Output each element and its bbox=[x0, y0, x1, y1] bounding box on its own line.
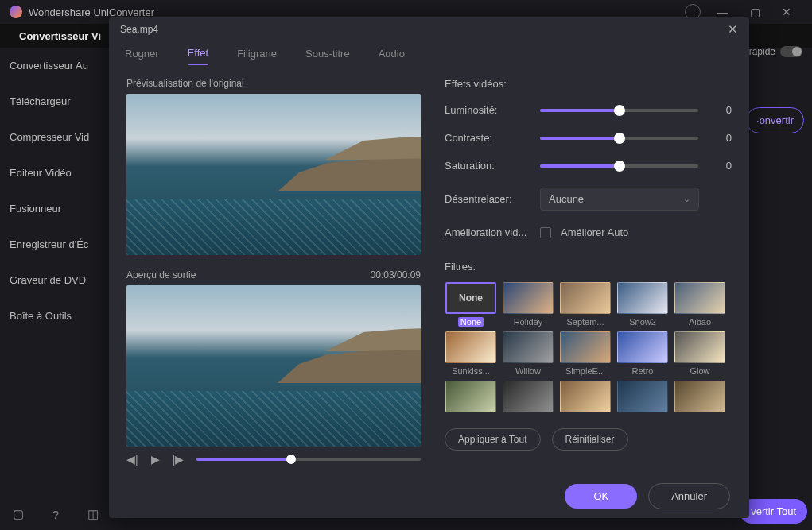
reset-button[interactable]: Réinitialiser bbox=[552, 428, 628, 451]
rapid-toggle[interactable] bbox=[780, 46, 802, 57]
window-maximize-button[interactable]: ▢ bbox=[739, 6, 771, 18]
window-close-button[interactable]: ✕ bbox=[771, 6, 802, 18]
book-icon[interactable]: ▢ bbox=[0, 507, 37, 521]
saturation-value: 0 bbox=[708, 160, 732, 172]
filter-willow[interactable] bbox=[503, 331, 554, 363]
dialog-close-button[interactable]: ✕ bbox=[728, 22, 738, 37]
filter-extra-3[interactable] bbox=[560, 381, 611, 412]
chevron-down-icon: ⌄ bbox=[683, 194, 690, 204]
original-preview-label: Prévisualisation de l'original bbox=[126, 78, 421, 89]
filter-snow2[interactable] bbox=[617, 282, 668, 314]
output-preview bbox=[126, 285, 421, 447]
filter-extra-4[interactable] bbox=[617, 381, 668, 412]
sidebar-item-audio-converter[interactable]: Convertisseur Au bbox=[0, 48, 111, 83]
filter-simplee[interactable] bbox=[560, 331, 611, 363]
filters-heading: Filtres: bbox=[445, 261, 732, 273]
app-title: Wondershare UniConverter bbox=[29, 6, 154, 18]
dialog-footer: OK Annuler bbox=[109, 474, 749, 518]
brightness-label: Luminosité: bbox=[445, 104, 530, 116]
output-preview-label: Aperçu de sortie bbox=[126, 269, 196, 280]
tab-audio[interactable]: Audio bbox=[379, 48, 405, 64]
filter-simplee-label: SimpleE... bbox=[565, 366, 605, 376]
next-frame-button[interactable]: |▶ bbox=[173, 453, 185, 466]
dialog-header: Sea.mp4 ✕ bbox=[109, 17, 749, 41]
filter-aibao[interactable] bbox=[674, 282, 725, 314]
filter-holiday[interactable] bbox=[503, 282, 554, 314]
filter-extra-5[interactable] bbox=[674, 381, 725, 412]
cancel-button[interactable]: Annuler bbox=[648, 483, 730, 509]
rapid-label: rapide bbox=[749, 46, 775, 57]
filter-retro-label: Retro bbox=[632, 366, 654, 376]
filter-september[interactable] bbox=[560, 282, 611, 314]
filter-september-label: Septem... bbox=[566, 317, 604, 327]
deinterlace-value: Aucune bbox=[549, 193, 584, 205]
play-button[interactable]: ▶ bbox=[151, 453, 160, 466]
contrast-slider[interactable] bbox=[540, 137, 698, 140]
saturation-slider[interactable] bbox=[540, 164, 698, 168]
original-preview bbox=[126, 94, 421, 255]
filter-none[interactable]: None bbox=[445, 282, 496, 314]
tab-rogner[interactable]: Rogner bbox=[125, 48, 159, 64]
dialog-filename: Sea.mp4 bbox=[120, 24, 158, 35]
sidebar-item-merger[interactable]: Fusionneur bbox=[0, 191, 111, 226]
convert-all-button[interactable]: vertir Tout bbox=[740, 499, 807, 524]
filter-holiday-label: Holiday bbox=[514, 317, 543, 327]
timecode: 00:03/00:09 bbox=[371, 269, 421, 280]
effects-heading: Effets vidéos: bbox=[445, 78, 732, 90]
tab-soustitre[interactable]: Sous-titre bbox=[305, 48, 350, 64]
filter-glow[interactable] bbox=[674, 331, 725, 363]
ok-button[interactable]: OK bbox=[565, 484, 637, 509]
contrast-label: Contraste: bbox=[445, 132, 530, 144]
filter-extra-1[interactable] bbox=[445, 381, 496, 412]
filter-sunkiss[interactable] bbox=[445, 331, 496, 363]
filter-willow-label: Willow bbox=[515, 366, 541, 376]
app-logo-icon bbox=[10, 6, 22, 18]
rapid-toggle-row: rapide bbox=[749, 46, 802, 57]
effects-column: Effets vidéos: Luminosité: 0 Contraste: … bbox=[445, 78, 732, 466]
sidebar-item-toolbox[interactable]: Boîte à Outils bbox=[0, 298, 111, 334]
effect-dialog: Sea.mp4 ✕ Rogner Effet Filigrane Sous-ti… bbox=[109, 17, 749, 518]
filter-retro[interactable] bbox=[617, 331, 668, 363]
deinterlace-label: Désentrelacer: bbox=[445, 193, 530, 205]
transport-controls: ◀| ▶ |▶ bbox=[126, 453, 421, 466]
account-icon[interactable]: ◫ bbox=[74, 507, 111, 521]
filter-snow2-label: Snow2 bbox=[629, 317, 656, 327]
main-tab-converter[interactable]: Convertisseur Vi bbox=[19, 30, 101, 42]
bottom-icon-bar: ▢ ? ◫ bbox=[0, 498, 111, 530]
sidebar-item-compressor[interactable]: Compresseur Vid bbox=[0, 119, 111, 155]
saturation-label: Saturation: bbox=[445, 160, 530, 172]
window-minimize-button[interactable]: — bbox=[707, 6, 739, 18]
filter-aibao-label: Aibao bbox=[689, 317, 711, 327]
tab-effet[interactable]: Effet bbox=[188, 47, 209, 65]
tab-filigrane[interactable]: Filigrane bbox=[237, 48, 277, 64]
deinterlace-select[interactable]: Aucune ⌄ bbox=[540, 188, 699, 211]
convert-button[interactable]: ·onvertir bbox=[746, 107, 804, 133]
sidebar: Convertisseur Au Téléchargeur Compresseu… bbox=[0, 48, 111, 334]
enhance-label: Amélioration vid... bbox=[445, 226, 530, 238]
filter-none-label: None bbox=[458, 317, 484, 327]
brightness-slider[interactable] bbox=[540, 109, 698, 112]
filters-grid: NoneNone Holiday Septem... Snow2 Aibao S… bbox=[445, 282, 732, 416]
help-icon[interactable]: ? bbox=[37, 508, 75, 521]
filter-glow-label: Glow bbox=[690, 366, 709, 376]
sidebar-item-video-editor[interactable]: Editeur Vidéo bbox=[0, 155, 111, 191]
preview-column: Prévisualisation de l'original Aperçu de… bbox=[126, 78, 421, 466]
apply-all-button[interactable]: Appliquer à Tout bbox=[445, 428, 541, 451]
sidebar-item-dvd-burner[interactable]: Graveur de DVD bbox=[0, 262, 111, 298]
enhance-auto-label: Améliorer Auto bbox=[561, 226, 628, 238]
enhance-auto-checkbox[interactable] bbox=[540, 227, 551, 238]
sidebar-item-downloader[interactable]: Téléchargeur bbox=[0, 83, 111, 119]
seek-slider[interactable] bbox=[196, 458, 421, 461]
filter-extra-2[interactable] bbox=[503, 381, 554, 412]
brightness-value: 0 bbox=[708, 104, 732, 116]
contrast-value: 0 bbox=[708, 132, 732, 144]
dialog-tabs: Rogner Effet Filigrane Sous-titre Audio bbox=[109, 41, 749, 70]
filter-sunkiss-label: Sunkiss... bbox=[452, 366, 490, 376]
sidebar-item-screen-recorder[interactable]: Enregistreur d'Éc bbox=[0, 226, 111, 262]
prev-frame-button[interactable]: ◀| bbox=[126, 453, 138, 466]
